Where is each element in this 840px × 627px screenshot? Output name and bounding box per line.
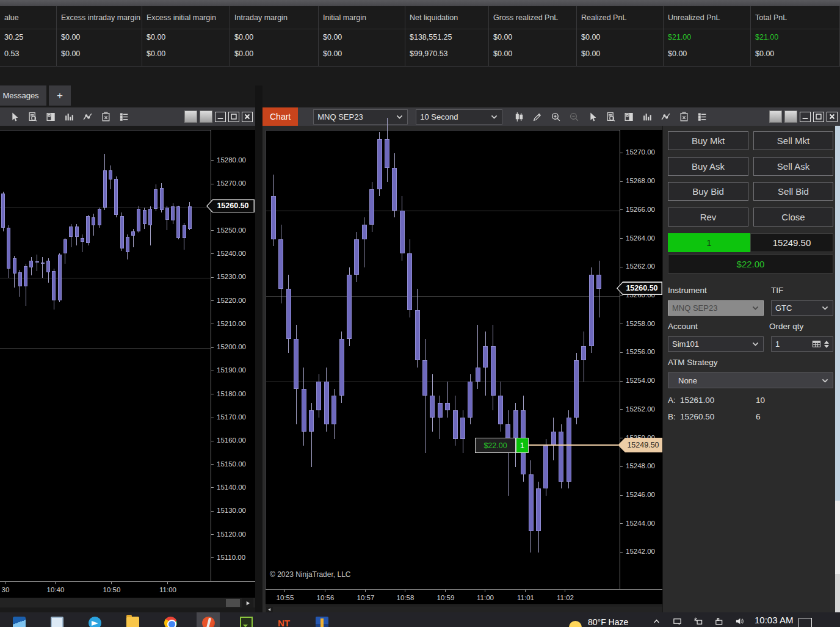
taskbar-app-ninjatrader[interactable] (197, 612, 220, 627)
pointer-tool-button[interactable] (5, 109, 23, 125)
tif-dropdown[interactable]: GTC (771, 300, 833, 316)
doc-search-tool-button[interactable] (601, 109, 620, 125)
close-button[interactable]: Close (753, 208, 833, 227)
account-column-header[interactable]: Unrealized PnL (664, 6, 750, 29)
cast-tray-icon[interactable] (673, 617, 682, 626)
taskbar-app-telegram[interactable] (83, 612, 106, 627)
left-chart-price-axis[interactable]: 15280.0015270.0015260.0015250.0015240.00… (211, 130, 255, 581)
right-chart-scrollbar[interactable] (266, 606, 662, 612)
candle (103, 170, 107, 208)
close-button[interactable] (242, 112, 253, 122)
instrument-dropdown[interactable]: MNQ SEP23 (313, 109, 408, 125)
minimize-button[interactable] (800, 112, 811, 122)
pointer-tool-button[interactable] (583, 109, 601, 125)
taskbar-app-nt-logo[interactable]: NT (272, 612, 295, 627)
panel-button-2[interactable] (200, 111, 212, 123)
panel-button-1[interactable] (769, 111, 782, 123)
chart-window-tab[interactable]: Chart (262, 107, 298, 126)
price-axis-label: 15220.00 (217, 297, 246, 304)
account-column-header[interactable]: Initial margin (319, 6, 405, 29)
candles-tool-button[interactable] (510, 109, 528, 125)
account-column-header[interactable]: Excess initial margin (142, 6, 230, 29)
time-tick (111, 582, 112, 584)
sell-ask-button[interactable]: Sell Ask (753, 157, 833, 176)
hidden-icons-tray-icon[interactable] (652, 617, 661, 626)
spinner-up-icon[interactable] (824, 341, 829, 344)
maximize-button[interactable] (813, 112, 824, 122)
calculator-icon[interactable] (812, 339, 821, 349)
zigzag-tool-button[interactable] (656, 109, 675, 125)
action-center-icon[interactable] (798, 618, 812, 627)
order-pnl-box[interactable]: $22.00 (475, 438, 516, 453)
taskbar-app-docs[interactable] (310, 612, 333, 627)
left-chart-scrollbar[interactable] (0, 597, 255, 607)
taskbar-app-chrome[interactable] (159, 612, 182, 627)
volume-tray-icon[interactable] (735, 617, 744, 626)
maximize-button[interactable] (228, 112, 239, 122)
price-axis-label: 15252.00 (626, 405, 655, 413)
list-tool-button[interactable] (115, 109, 133, 125)
minimize-button[interactable] (215, 112, 226, 122)
account-column-header[interactable]: alue (0, 6, 56, 29)
chevron-down-icon (821, 377, 829, 385)
template-tool-button[interactable] (675, 109, 693, 125)
account-dropdown[interactable]: Sim101 (668, 336, 764, 352)
buy-mkt-button[interactable]: Buy Mkt (668, 131, 748, 150)
right-chart-price-axis[interactable]: 15270.0015268.0015266.0015264.0015262.00… (620, 130, 662, 589)
qty-spinner[interactable] (824, 341, 829, 348)
atm-strategy-dropdown[interactable]: None (668, 372, 833, 388)
taskbar-app-window[interactable] (45, 612, 68, 627)
doc-search-tool-button[interactable] (23, 109, 42, 125)
add-tab-button[interactable]: + (49, 85, 71, 106)
list-tool-button[interactable] (693, 109, 711, 125)
zoom-out-tool-button[interactable] (565, 109, 583, 125)
account-column-header[interactable]: Realized PnL (577, 6, 663, 29)
background-window-scrollbar[interactable] (835, 501, 840, 574)
taskbar-app-mail[interactable] (7, 612, 31, 627)
zoom-in-tool-button[interactable] (546, 109, 565, 125)
buy-ask-button[interactable]: Buy Ask (668, 157, 748, 176)
order-line[interactable] (529, 444, 618, 446)
panel-button-2[interactable] (784, 111, 797, 123)
tab-messages[interactable]: Messages (0, 85, 46, 106)
sell-bid-button[interactable]: Sell Bid (753, 182, 833, 201)
weather-icon[interactable] (569, 621, 582, 627)
interval-dropdown[interactable]: 10 Second (416, 109, 502, 125)
taskbar-app-screenshot[interactable] (234, 612, 258, 627)
candle (309, 410, 314, 432)
panel-tool-button[interactable] (620, 109, 638, 125)
account-column-header[interactable]: Total PnL (751, 6, 839, 29)
account-column-header[interactable]: Excess intraday margin (57, 6, 142, 29)
left-chart-time-axis[interactable]: 3010:4010:5011:00 (0, 581, 255, 597)
left-scrollbar-thumb[interactable] (226, 599, 240, 607)
left-chart-plot-area[interactable] (0, 130, 211, 581)
spinner-down-icon[interactable] (824, 345, 829, 348)
account-column-header[interactable]: Gross realized PnL (489, 6, 576, 29)
taskbar-clock[interactable]: 10:03 AM (755, 615, 793, 625)
ethernet-tray-icon[interactable] (714, 617, 723, 626)
pencil-tool-button[interactable] (528, 109, 546, 125)
account-column-header[interactable]: Intraday margin (230, 6, 318, 29)
zigzag-tool-button[interactable] (78, 109, 96, 125)
power-tray-icon[interactable] (693, 617, 703, 626)
sell-mkt-button[interactable]: Sell Mkt (753, 131, 833, 150)
close-button[interactable] (827, 112, 838, 122)
buy-bid-button[interactable]: Buy Bid (668, 182, 748, 201)
order-qty-box[interactable]: 1 (516, 438, 529, 453)
taskbar-app-folder[interactable] (121, 612, 144, 627)
bar-chart-tool-button[interactable] (60, 109, 78, 125)
right-scroll-left-button[interactable] (266, 607, 273, 612)
bar-chart-tool-button[interactable] (638, 109, 656, 125)
panel-tool-button[interactable] (42, 109, 60, 125)
price-tick (211, 347, 214, 348)
order-qty-input[interactable]: 1 (771, 336, 833, 352)
weather-text[interactable]: 80°F Haze (588, 617, 628, 627)
panel-button-1[interactable] (184, 111, 197, 123)
right-chart-plot-area[interactable] (266, 130, 620, 589)
account-column-header[interactable]: Net liquidation (405, 6, 488, 29)
template-tool-button[interactable] (96, 109, 115, 125)
rev-button[interactable]: Rev (668, 208, 748, 227)
left-scroll-right-button[interactable] (242, 598, 253, 607)
candle (286, 289, 291, 339)
right-chart-time-axis[interactable]: 10:5510:5610:5710:5810:5911:0011:0111:02 (266, 589, 662, 604)
